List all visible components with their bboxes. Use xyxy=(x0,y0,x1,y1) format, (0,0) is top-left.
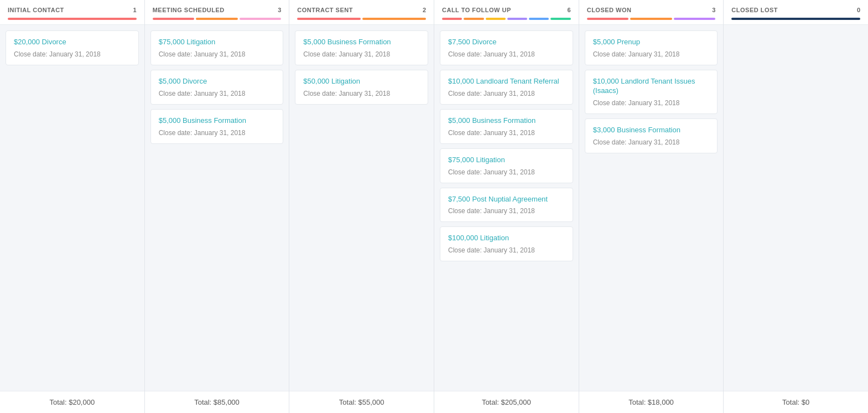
deal-close-date: Close date: January 31, 2018 xyxy=(448,246,565,254)
progress-segment xyxy=(529,18,549,20)
column-closed-won: CLOSED WON3$5,000 PrenupClose date: Janu… xyxy=(579,0,724,413)
cards-area-meeting-scheduled: $75,000 LitigationClose date: January 31… xyxy=(145,25,289,391)
deal-title: $7,500 Post Nuptial Agreement xyxy=(448,195,565,204)
column-footer-call-to-follow-up: Total: $205,000 xyxy=(434,391,579,413)
column-contract-sent: CONTRACT SENT2$5,000 Business FormationC… xyxy=(289,0,434,413)
column-count-initial-contact: 1 xyxy=(133,7,137,13)
column-footer-meeting-scheduled: Total: $85,000 xyxy=(145,391,289,413)
deal-card[interactable]: $3,000 Business FormationClose date: Jan… xyxy=(585,118,718,153)
column-initial-contact: INITIAL CONTACT1$20,000 DivorceClose dat… xyxy=(0,0,145,413)
cards-area-closed-won: $5,000 PrenupClose date: January 31, 201… xyxy=(579,25,724,391)
progress-segment xyxy=(464,18,484,20)
column-header-closed-won: CLOSED WON3 xyxy=(579,0,724,25)
column-header-meeting-scheduled: MEETING SCHEDULED3 xyxy=(145,0,289,25)
progress-segment xyxy=(507,18,527,20)
column-title-initial-contact: INITIAL CONTACT xyxy=(8,7,64,13)
deal-close-date: Close date: January 31, 2018 xyxy=(593,50,710,58)
deal-title: $10,000 Landloard Tenant Referral xyxy=(448,77,565,86)
deal-close-date: Close date: January 31, 2018 xyxy=(159,129,276,137)
deal-card[interactable]: $20,000 DivorceClose date: January 31, 2… xyxy=(6,30,139,65)
deal-title: $5,000 Business Formation xyxy=(448,116,565,126)
column-footer-initial-contact: Total: $20,000 xyxy=(0,391,144,413)
progress-segment xyxy=(731,18,860,20)
column-header-contract-sent: CONTRACT SENT2 xyxy=(289,0,434,25)
deal-title: $50,000 Litigation xyxy=(303,77,420,86)
deal-card[interactable]: $7,500 Post Nuptial AgreementClose date:… xyxy=(440,188,573,223)
progress-bar-meeting-scheduled xyxy=(153,18,282,20)
deal-title: $100,000 Litigation xyxy=(448,234,565,243)
deal-title: $5,000 Prenup xyxy=(593,38,710,47)
deal-close-date: Close date: January 31, 2018 xyxy=(448,50,565,58)
column-title-call-to-follow-up: CALL TO FOLLOW UP xyxy=(442,7,511,13)
cards-area-contract-sent: $5,000 Business FormationClose date: Jan… xyxy=(289,25,434,391)
deal-close-date: Close date: January 31, 2018 xyxy=(303,50,420,58)
progress-segment xyxy=(153,18,195,20)
deal-close-date: Close date: January 31, 2018 xyxy=(448,168,565,176)
column-count-closed-lost: 0 xyxy=(857,7,860,13)
deal-card[interactable]: $5,000 Business FormationClose date: Jan… xyxy=(150,109,284,144)
deal-card[interactable]: $5,000 DivorceClose date: January 31, 20… xyxy=(150,70,284,105)
progress-segment xyxy=(240,18,282,20)
cards-area-closed-lost xyxy=(724,25,868,391)
deal-title: $10,000 Landlord Tenant Issues (Isaacs) xyxy=(593,77,710,96)
progress-segment xyxy=(674,18,716,20)
deal-title: $5,000 Business Formation xyxy=(303,38,420,47)
deal-close-date: Close date: January 31, 2018 xyxy=(303,90,420,97)
column-footer-closed-won: Total: $18,000 xyxy=(579,391,724,413)
column-footer-closed-lost: Total: $0 xyxy=(724,391,868,413)
progress-segment xyxy=(442,18,462,20)
deal-card[interactable]: $7,500 DivorceClose date: January 31, 20… xyxy=(440,30,573,65)
progress-bar-closed-lost xyxy=(731,18,860,20)
progress-segment xyxy=(362,18,426,20)
column-closed-lost: CLOSED LOST0Total: $0 xyxy=(724,0,868,413)
progress-segment xyxy=(630,18,672,20)
progress-segment xyxy=(587,18,629,20)
deal-close-date: Close date: January 31, 2018 xyxy=(448,129,565,137)
deal-card[interactable]: $10,000 Landlord Tenant Issues (Isaacs)C… xyxy=(585,70,718,114)
column-title-contract-sent: CONTRACT SENT xyxy=(297,7,353,13)
deal-close-date: Close date: January 31, 2018 xyxy=(159,50,276,58)
deal-title: $5,000 Business Formation xyxy=(159,116,276,126)
deal-card[interactable]: $75,000 LitigationClose date: January 31… xyxy=(440,148,573,183)
deal-close-date: Close date: January 31, 2018 xyxy=(593,138,710,146)
kanban-board: INITIAL CONTACT1$20,000 DivorceClose dat… xyxy=(0,0,868,413)
progress-segment xyxy=(196,18,238,20)
deal-close-date: Close date: January 31, 2018 xyxy=(14,50,131,58)
column-title-meeting-scheduled: MEETING SCHEDULED xyxy=(153,7,225,13)
column-call-to-follow-up: CALL TO FOLLOW UP6$7,500 DivorceClose da… xyxy=(434,0,579,413)
progress-segment xyxy=(486,18,506,20)
progress-bar-contract-sent xyxy=(297,18,426,20)
deal-card[interactable]: $10,000 Landloard Tenant ReferralClose d… xyxy=(440,70,573,105)
column-header-closed-lost: CLOSED LOST0 xyxy=(724,0,868,25)
deal-card[interactable]: $75,000 LitigationClose date: January 31… xyxy=(150,30,284,65)
deal-title: $75,000 Litigation xyxy=(159,38,276,47)
deal-card[interactable]: $100,000 LitigationClose date: January 3… xyxy=(440,226,573,261)
deal-title: $7,500 Divorce xyxy=(448,38,565,47)
column-count-closed-won: 3 xyxy=(712,7,715,13)
progress-segment xyxy=(8,18,137,20)
progress-segment xyxy=(297,18,361,20)
column-meeting-scheduled: MEETING SCHEDULED3$75,000 LitigationClos… xyxy=(145,0,290,413)
column-header-call-to-follow-up: CALL TO FOLLOW UP6 xyxy=(434,0,579,25)
deal-close-date: Close date: January 31, 2018 xyxy=(593,99,710,107)
column-title-closed-lost: CLOSED LOST xyxy=(731,7,778,13)
deal-card[interactable]: $5,000 Business FormationClose date: Jan… xyxy=(440,109,573,144)
deal-title: $5,000 Divorce xyxy=(159,77,276,86)
column-footer-contract-sent: Total: $55,000 xyxy=(289,391,434,413)
deal-close-date: Close date: January 31, 2018 xyxy=(448,207,565,215)
progress-bar-initial-contact xyxy=(8,18,137,20)
progress-segment xyxy=(550,18,570,20)
deal-card[interactable]: $50,000 LitigationClose date: January 31… xyxy=(295,70,428,105)
deal-title: $3,000 Business Formation xyxy=(593,126,710,135)
deal-card[interactable]: $5,000 PrenupClose date: January 31, 201… xyxy=(585,30,718,65)
column-header-initial-contact: INITIAL CONTACT1 xyxy=(0,0,144,25)
deal-close-date: Close date: January 31, 2018 xyxy=(448,90,565,97)
column-title-closed-won: CLOSED WON xyxy=(587,7,632,13)
deal-close-date: Close date: January 31, 2018 xyxy=(159,90,276,97)
deal-card[interactable]: $5,000 Business FormationClose date: Jan… xyxy=(295,30,428,65)
column-count-meeting-scheduled: 3 xyxy=(278,7,281,13)
deal-title: $20,000 Divorce xyxy=(14,38,131,47)
column-count-contract-sent: 2 xyxy=(423,7,426,13)
progress-bar-closed-won xyxy=(587,18,716,20)
column-count-call-to-follow-up: 6 xyxy=(568,7,571,13)
